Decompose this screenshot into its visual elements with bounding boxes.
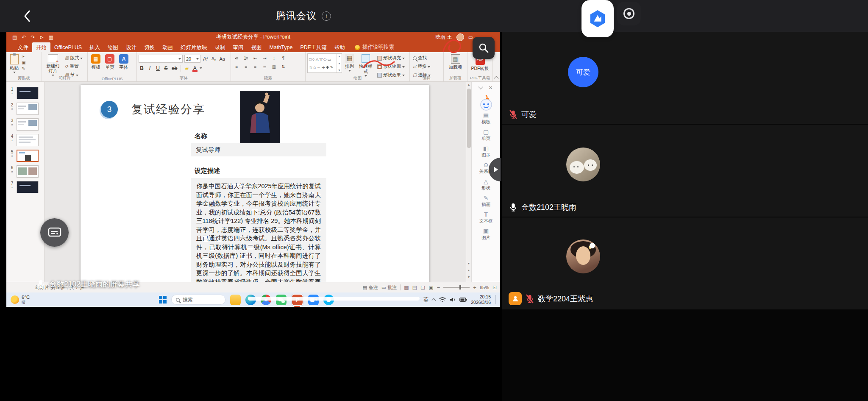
align-left-icon[interactable] — [233, 63, 240, 70]
officeplus-single-button[interactable]: 单页 — [103, 53, 116, 70]
find-button[interactable]: 查找 — [412, 55, 442, 61]
fit-to-window-icon[interactable] — [492, 284, 497, 290]
shape-gallery[interactable]: □○△▽◇▭ ☆⌂⇔➜✚✎ ▲ ▼ ▼ — [307, 53, 342, 73]
tab-officeplus[interactable]: OfficePLUS — [50, 42, 86, 52]
normal-view-icon[interactable] — [404, 284, 409, 290]
tab-review[interactable]: 审阅 — [229, 42, 248, 52]
align-text-icon[interactable] — [279, 63, 287, 70]
font-color-icon[interactable] — [192, 64, 198, 72]
slide-thumbnail-2[interactable]: 2* — [10, 103, 44, 115]
columns-icon[interactable] — [270, 63, 278, 70]
slide-thumbnail-3[interactable]: 3* — [10, 118, 44, 131]
battery-icon[interactable] — [459, 298, 467, 302]
strikethrough-button[interactable]: S — [163, 64, 169, 72]
zoom-in-icon[interactable] — [473, 284, 476, 291]
plugin-item-single[interactable]: 单页 — [472, 129, 500, 142]
participant-tile-wangzihui[interactable]: 数学2204王紫惠 — [502, 217, 868, 309]
participant-tile-keai[interactable]: 可爱 可爱 — [502, 32, 868, 124]
reset-button[interactable]: 重置 — [64, 63, 84, 70]
plugin-collapse-icon[interactable] — [479, 84, 483, 89]
numbering-icon[interactable] — [242, 55, 250, 61]
slide-sorter-icon[interactable] — [412, 284, 417, 290]
decrease-indent-icon[interactable] — [251, 55, 259, 61]
horizontal-scrollbar[interactable] — [248, 297, 420, 301]
paste-button[interactable]: 粘贴 — [8, 53, 20, 74]
grid-view-icon[interactable] — [49, 35, 53, 40]
next-slide-icon[interactable]: ▼ — [466, 276, 471, 278]
file-explorer-icon[interactable] — [230, 295, 241, 305]
tab-pdf-tools[interactable]: PDF工具箱 — [296, 42, 331, 52]
screen-record-button[interactable] — [617, 2, 641, 25]
taskbar-weather-widget[interactable]: 6°C 晴 — [11, 295, 30, 305]
officeplus-font-button[interactable]: 字体 — [117, 53, 130, 70]
bold-button[interactable]: B — [139, 64, 145, 72]
tell-me-search[interactable]: 操作说明搜索 — [355, 42, 394, 52]
increase-font-icon[interactable] — [202, 55, 209, 62]
taskbar-search[interactable]: 搜索 — [171, 295, 225, 305]
align-center-icon[interactable] — [242, 63, 250, 70]
plugin-item-diagram[interactable]: 图示 — [472, 145, 500, 158]
tab-view[interactable]: 视图 — [248, 42, 266, 52]
slide-thumbnail-5-selected[interactable]: 5* — [10, 150, 44, 162]
replace-button[interactable]: 替换 — [412, 63, 442, 70]
tab-transitions[interactable]: 切换 — [140, 42, 159, 52]
scrollbar-thumb[interactable] — [467, 89, 471, 148]
speaker-icon[interactable] — [450, 297, 456, 302]
plugin-item-picture[interactable]: 图片 — [472, 228, 500, 241]
font-name-select[interactable] — [139, 55, 183, 63]
account-avatar[interactable] — [456, 33, 464, 41]
plugin-item-illustration[interactable]: 插画 — [472, 195, 500, 208]
zoom-slider[interactable] — [443, 287, 470, 288]
show-desktop-strip[interactable] — [495, 295, 497, 304]
windows-start-button[interactable] — [159, 296, 167, 304]
scroll-up-icon[interactable]: ▲ — [466, 83, 471, 86]
change-case-icon[interactable] — [219, 55, 226, 62]
ime-indicator[interactable]: 英 — [423, 296, 428, 304]
tray-expand-icon[interactable] — [432, 298, 436, 303]
reading-view-icon[interactable] — [420, 284, 425, 290]
italic-button[interactable]: I — [147, 64, 153, 72]
zoom-slider-thumb[interactable] — [459, 285, 461, 290]
shape-gallery-scrollbar[interactable]: ▲ ▼ ▼ — [337, 54, 342, 72]
caption-button[interactable] — [40, 218, 69, 247]
copy-icon[interactable] — [22, 61, 25, 65]
text-direction-icon[interactable] — [279, 55, 287, 61]
arrange-button[interactable]: 排列 — [343, 53, 356, 72]
tab-home[interactable]: 开始 — [32, 42, 50, 52]
decrease-font-icon[interactable] — [211, 55, 217, 62]
zoom-percentage[interactable]: 85% — [480, 285, 489, 290]
notes-button[interactable]: 备注 — [363, 284, 378, 291]
wifi-icon[interactable] — [439, 297, 446, 302]
highlight-color-icon[interactable] — [184, 64, 190, 72]
undo-icon[interactable] — [22, 35, 26, 40]
ribbon-display-options-icon[interactable] — [468, 35, 473, 40]
layout-button[interactable]: 版式 — [64, 55, 84, 61]
collapse-ribbon-icon[interactable] — [494, 76, 498, 81]
justify-icon[interactable] — [261, 63, 268, 70]
slide-thumbnail-7[interactable]: 7* — [10, 181, 44, 193]
tab-insert[interactable]: 插入 — [86, 42, 104, 52]
zoom-tool-button[interactable] — [473, 37, 495, 59]
tab-mathtype[interactable]: MathType — [266, 42, 297, 52]
plugin-item-template[interactable]: 模板 — [472, 112, 500, 125]
tab-help[interactable]: 帮助 — [331, 42, 349, 52]
account-name[interactable]: 晓雨 王 — [435, 33, 452, 41]
tab-animations[interactable]: 动画 — [159, 42, 177, 52]
officeplus-template-button[interactable]: 模板 — [89, 53, 102, 70]
underline-button[interactable]: U — [155, 64, 161, 72]
increase-indent-icon[interactable] — [261, 55, 268, 61]
addins-button[interactable]: 加载项 — [447, 53, 464, 70]
bullets-icon[interactable] — [233, 55, 240, 61]
shape-fill-button[interactable]: 形状填充 — [376, 55, 406, 61]
plugin-close-icon[interactable] — [488, 85, 492, 90]
taskbar-clock[interactable]: 20:15 2026/3/16 — [471, 294, 491, 305]
plugin-item-textbox[interactable]: 文本框 — [472, 212, 500, 224]
start-slideshow-icon[interactable] — [39, 35, 44, 40]
previous-slide-icon[interactable]: ▲ — [466, 269, 471, 272]
plugin-mascot[interactable] — [472, 95, 500, 111]
zoom-out-icon[interactable] — [437, 284, 440, 291]
redo-icon[interactable] — [31, 35, 35, 40]
format-painter-icon[interactable] — [22, 67, 25, 71]
align-right-icon[interactable] — [251, 63, 259, 70]
tab-slideshow[interactable]: 幻灯片放映 — [177, 42, 211, 52]
